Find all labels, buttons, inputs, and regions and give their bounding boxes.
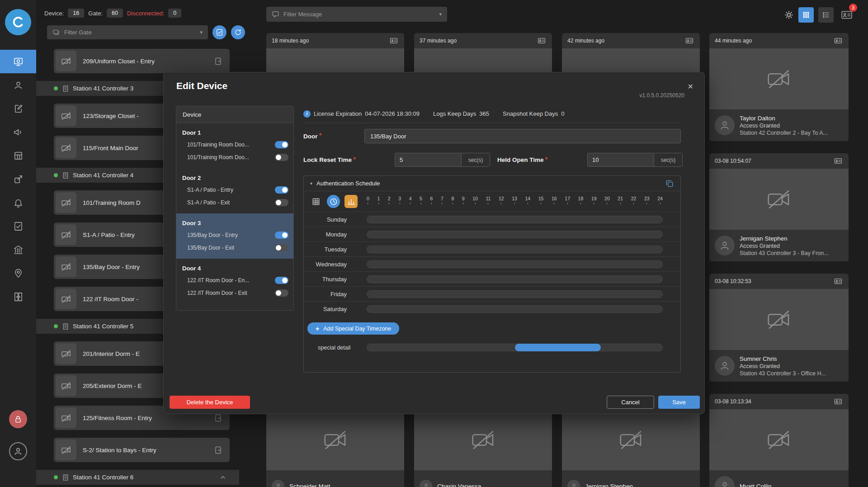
event-card[interactable]: 03-08 10:13:34 Myatt Collin (709, 394, 849, 487)
profile-avatar[interactable] (9, 442, 27, 460)
table-view-button[interactable] (309, 195, 322, 208)
controller-icon (62, 474, 69, 481)
gate-toggle[interactable] (275, 199, 288, 206)
door-gate-row[interactable]: S1-A / Patio - Exit (176, 196, 293, 209)
gate-list-item[interactable]: 209/Uniform Closet - Entry (54, 49, 230, 73)
door-name-input[interactable] (364, 129, 681, 143)
held-open-group: sec(s) (587, 153, 683, 167)
access-status: Access Granted (740, 123, 828, 129)
filter-message-dropdown[interactable]: Filter Message ▾ (266, 7, 447, 22)
event-card[interactable]: 44 minutes ago Taylor Dalton Access Gran… (709, 33, 849, 141)
day-timeline-bar[interactable] (367, 275, 663, 283)
topbar-actions: 3 (784, 7, 855, 23)
copy-schedule-icon[interactable] (665, 179, 674, 188)
gate-toggle[interactable] (275, 141, 288, 148)
lock-button[interactable] (9, 410, 27, 428)
day-timeline-bar[interactable] (367, 231, 663, 238)
person-name: Chasin Vanessa (437, 483, 481, 487)
event-card[interactable]: 03-08 10:32:53 Sumner Chris Access Grant… (709, 274, 849, 382)
add-special-day-button[interactable]: + Add Special Day Timezone (307, 322, 399, 335)
share-icon (13, 174, 24, 184)
door-gate-row[interactable]: 122 /IT Room Door - En... (176, 274, 293, 287)
special-timezone-segment[interactable] (515, 344, 601, 351)
schedule-header[interactable]: ▾ Authentication Schedule (304, 176, 680, 191)
day-timeline-bar[interactable] (367, 246, 663, 253)
sidebar-item-doors[interactable] (0, 285, 36, 308)
chart-view-button[interactable] (344, 195, 358, 208)
time-view-button[interactable] (327, 195, 340, 208)
sidebar-item-locations[interactable] (0, 261, 36, 285)
door-gate-row[interactable]: S1-A / Patio - Entry (176, 184, 293, 196)
sidebar-item-devices[interactable] (0, 144, 36, 167)
lock-reset-label: Lock Reset Time* (303, 153, 356, 167)
notification-panel-button[interactable]: 3 (838, 7, 855, 23)
lock-reset-input[interactable] (395, 153, 461, 167)
cancel-button[interactable]: Cancel (607, 396, 654, 409)
grid-view-button[interactable] (798, 7, 814, 23)
day-timeline-bar[interactable] (367, 290, 663, 298)
app-logo (5, 9, 31, 35)
door-gate-row[interactable]: 122 /IT Room Door - Exit (176, 287, 293, 299)
sidebar-item-announcements[interactable] (0, 120, 36, 144)
day-timeline-bar[interactable] (367, 260, 663, 268)
save-button[interactable]: Save (658, 396, 700, 409)
door-gate-row[interactable]: 101/Training Room Doo... (176, 138, 293, 151)
tasks-icon (13, 221, 24, 232)
door-gate-row[interactable]: 135/Bay Door - Entry (176, 229, 293, 241)
info-icon: i (303, 110, 311, 118)
sidebar-item-tasks[interactable] (0, 214, 36, 238)
grid-view-icon (802, 11, 810, 19)
building-icon (13, 245, 24, 255)
monitor-icon (13, 57, 24, 67)
bell-icon (13, 198, 24, 208)
required-asterisk: * (353, 156, 356, 164)
event-footer: Taylor Dalton Access Granted Station 42 … (709, 109, 849, 141)
settings-button[interactable] (784, 10, 794, 20)
gate-toggle[interactable] (275, 277, 288, 284)
gate-item-label: 125/Fitness Room - Entry (83, 415, 152, 421)
gate-toggle[interactable] (275, 244, 288, 251)
camera-off-icon (56, 288, 76, 309)
sidebar-item-facilities[interactable] (0, 238, 36, 261)
door-gate-row[interactable]: 101/Training Room Doo... (176, 151, 293, 164)
station-label: Station 42 Controller 2 - Bay To A... (740, 130, 828, 136)
camera-placeholder (709, 48, 849, 109)
gate-list-item[interactable]: S-2/ Station to Bays - Entry (54, 438, 230, 462)
refresh-gates-button[interactable] (231, 25, 245, 39)
camera-off-icon (617, 427, 645, 453)
gate-toggle[interactable] (275, 232, 288, 239)
day-timeline-bar[interactable] (367, 305, 663, 313)
license-info-row: i License Expiration04-07-2026 18:30:09 … (303, 105, 681, 123)
controller-icon (62, 85, 69, 92)
door-gate-row[interactable]: 135/Bay Door - Exit (176, 241, 293, 254)
card-timestamp: 42 minutes ago (567, 38, 604, 44)
held-open-input[interactable] (587, 153, 654, 167)
sidebar-item-records[interactable] (0, 97, 36, 120)
day-timeline-bar[interactable] (367, 216, 663, 223)
camera-off-icon (56, 407, 76, 428)
close-icon[interactable]: ✕ (688, 82, 693, 91)
chevron-up-icon[interactable] (219, 474, 226, 481)
door-section-3-selected[interactable]: Door 3 135/Bay Door - Entry 135/Bay Door… (176, 213, 293, 259)
gate-group-header[interactable]: Station 41 Controller 6 (36, 470, 239, 485)
special-timeline-bar[interactable] (367, 344, 663, 351)
modal-title: Edit Device (176, 80, 227, 91)
sidebar-item-export[interactable] (0, 167, 36, 191)
list-view-button[interactable] (818, 7, 834, 23)
sidebar-item-alerts[interactable] (0, 191, 36, 214)
gate-toggle[interactable] (275, 186, 288, 194)
export-gates-button[interactable] (212, 25, 226, 39)
sidebar-item-monitoring[interactable] (0, 50, 36, 73)
person-name: Myatt Collin (740, 483, 772, 487)
event-timestamp: 03-08 10:13:34 (715, 398, 751, 405)
sidebar-item-users[interactable] (0, 73, 36, 97)
delete-device-button[interactable]: Delete the Device (170, 396, 250, 409)
door-section-label: Door 3 (176, 217, 293, 229)
avatar (715, 356, 735, 376)
app-root: Device: 16 Gate: 60 Disconnected: 0 Filt… (0, 0, 868, 487)
gate-toggle[interactable] (275, 289, 288, 297)
camera-placeholder (709, 289, 849, 350)
gate-toggle[interactable] (275, 154, 288, 161)
event-card[interactable]: 03-08 10:54:07 Jernigan Stephen Access G… (709, 153, 849, 261)
filter-gate-dropdown[interactable]: Filter Gate ▾ (47, 25, 208, 39)
